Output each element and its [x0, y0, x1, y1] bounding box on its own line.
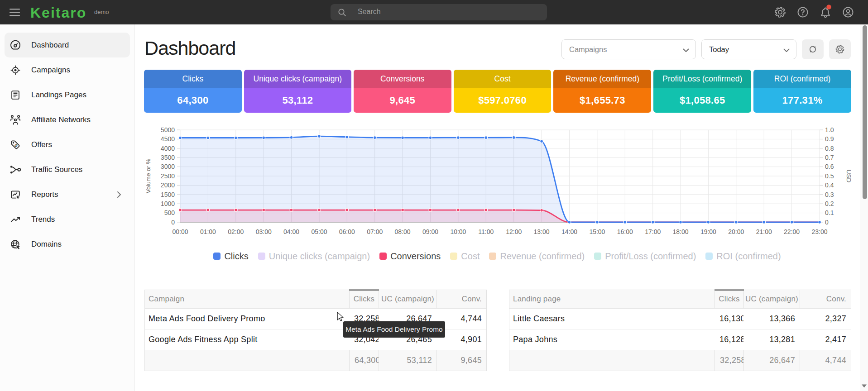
- svg-text:02:00: 02:00: [228, 228, 244, 235]
- svg-text:08:00: 08:00: [395, 228, 411, 235]
- svg-text:01:00: 01:00: [200, 228, 216, 235]
- svg-text:2000: 2000: [161, 181, 175, 189]
- svg-text:07:00: 07:00: [367, 228, 383, 235]
- svg-text:19:00: 19:00: [700, 228, 716, 235]
- svg-text:05:00: 05:00: [311, 228, 327, 235]
- svg-text:23:00: 23:00: [811, 228, 827, 235]
- svg-text:0.9: 0.9: [825, 135, 834, 143]
- svg-text:20:00: 20:00: [728, 228, 744, 235]
- svg-text:09:00: 09:00: [422, 228, 438, 235]
- svg-text:0.1: 0.1: [825, 209, 834, 216]
- svg-text:0.6: 0.6: [825, 163, 834, 170]
- svg-text:0.3: 0.3: [825, 191, 834, 198]
- svg-text:03:00: 03:00: [256, 228, 272, 235]
- svg-text:0: 0: [171, 219, 175, 226]
- svg-text:11:00: 11:00: [478, 228, 494, 235]
- svg-text:17:00: 17:00: [645, 228, 661, 235]
- svg-text:USD: USD: [845, 170, 852, 183]
- svg-text:0.8: 0.8: [825, 145, 834, 152]
- svg-text:04:00: 04:00: [283, 228, 299, 235]
- svg-text:0: 0: [825, 219, 829, 226]
- svg-text:1000: 1000: [161, 200, 175, 207]
- svg-text:2500: 2500: [161, 172, 175, 180]
- svg-text:14:00: 14:00: [561, 228, 577, 235]
- svg-text:18:00: 18:00: [672, 228, 688, 235]
- svg-text:16:00: 16:00: [617, 228, 633, 235]
- svg-text:Volume or %: Volume or %: [145, 159, 152, 194]
- svg-text:1500: 1500: [161, 191, 175, 198]
- svg-text:13:00: 13:00: [534, 228, 550, 235]
- svg-text:0.7: 0.7: [825, 154, 834, 161]
- svg-text:0.5: 0.5: [825, 172, 834, 180]
- svg-text:21:00: 21:00: [756, 228, 772, 235]
- svg-text:1.0: 1.0: [825, 126, 834, 134]
- svg-text:00:00: 00:00: [172, 228, 188, 235]
- svg-text:500: 500: [164, 209, 175, 216]
- svg-text:4500: 4500: [161, 135, 175, 143]
- svg-text:5000: 5000: [161, 126, 175, 134]
- svg-text:3000: 3000: [161, 163, 175, 170]
- svg-text:22:00: 22:00: [784, 228, 800, 235]
- svg-text:4000: 4000: [161, 145, 175, 152]
- svg-text:15:00: 15:00: [589, 228, 605, 235]
- svg-text:0.2: 0.2: [825, 200, 834, 207]
- svg-text:10:00: 10:00: [450, 228, 466, 235]
- svg-text:06:00: 06:00: [339, 228, 355, 235]
- svg-text:12:00: 12:00: [506, 228, 522, 235]
- svg-text:0.4: 0.4: [825, 181, 834, 189]
- svg-text:3500: 3500: [161, 154, 175, 161]
